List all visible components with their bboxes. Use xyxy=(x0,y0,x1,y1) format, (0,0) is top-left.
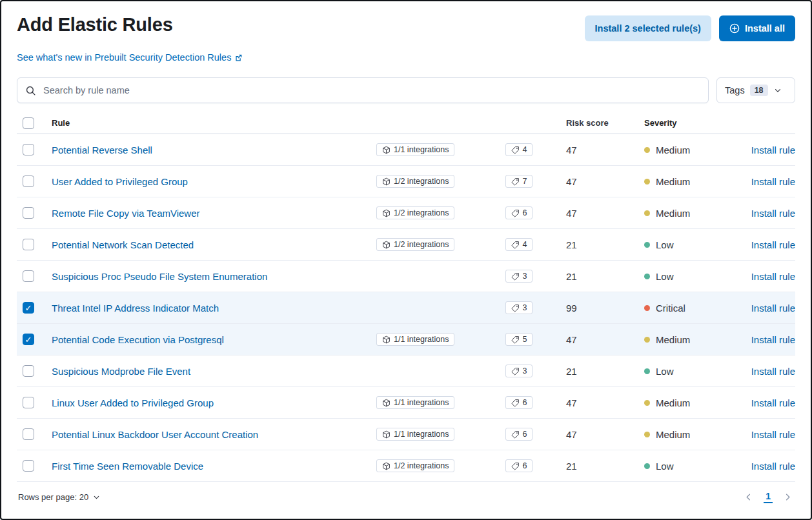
tags-badge[interactable]: 6 xyxy=(505,396,533,409)
row-checkbox[interactable] xyxy=(23,365,34,377)
risk-score-value: 47 xyxy=(554,176,632,187)
install-rule-link[interactable]: Install rule xyxy=(751,176,795,187)
severity-dot-icon xyxy=(644,400,650,406)
tags-badge[interactable]: 6 xyxy=(505,428,533,441)
rule-name-link[interactable]: Potential Network Scan Detected xyxy=(52,239,194,250)
tags-badge[interactable]: 6 xyxy=(505,206,533,219)
column-header-rule[interactable]: Rule xyxy=(45,118,361,128)
tags-badge[interactable]: 3 xyxy=(505,365,533,377)
integrations-badge: 1/1 integrations xyxy=(376,428,454,441)
page-number-1[interactable]: 1 xyxy=(764,491,773,503)
severity-label: Critical xyxy=(656,303,685,314)
rule-name-link[interactable]: Suspicious Modprobe File Event xyxy=(52,366,190,377)
integrations-count: 1/2 integrations xyxy=(394,461,449,470)
install-rule-link[interactable]: Install rule xyxy=(751,208,795,219)
severity-cell: Low xyxy=(632,271,738,282)
integrations-badge: 1/2 integrations xyxy=(376,175,454,188)
risk-score-value: 47 xyxy=(554,334,632,345)
severity-label: Medium xyxy=(656,145,690,155)
row-checkbox[interactable] xyxy=(23,239,34,250)
severity-cell: Medium xyxy=(632,397,738,408)
rule-name-link[interactable]: Potential Linux Backdoor User Account Cr… xyxy=(52,429,258,440)
row-checkbox[interactable] xyxy=(23,334,34,345)
row-checkbox[interactable] xyxy=(23,460,34,472)
next-page-button[interactable] xyxy=(782,491,794,503)
install-rule-link[interactable]: Install rule xyxy=(751,271,795,282)
rule-name-link[interactable]: Potential Code Execution via Postgresql xyxy=(52,334,224,345)
tag-icon xyxy=(511,272,520,281)
search-input[interactable] xyxy=(17,78,708,103)
previous-page-button[interactable] xyxy=(742,491,755,503)
row-checkbox[interactable] xyxy=(23,428,34,440)
row-checkbox[interactable] xyxy=(23,397,34,408)
tags-count: 6 xyxy=(523,208,527,217)
rule-name-link[interactable]: Suspicious Proc Pseudo File System Enume… xyxy=(52,271,267,282)
severity-cell: Low xyxy=(632,366,738,377)
tags-filter-button[interactable]: Tags 18 xyxy=(716,77,795,103)
integrations-count: 1/1 integrations xyxy=(394,335,449,344)
severity-cell: Low xyxy=(632,461,738,472)
column-header-severity[interactable]: Severity xyxy=(632,118,738,128)
rows-per-page-button[interactable]: Rows per page: 20 xyxy=(18,492,101,502)
severity-cell: Medium xyxy=(632,176,738,187)
tags-count: 4 xyxy=(523,240,527,249)
severity-cell: Medium xyxy=(632,208,738,219)
tag-icon xyxy=(511,399,520,407)
rule-name-link[interactable]: Remote File Copy via TeamViewer xyxy=(52,208,200,219)
header-actions: Install 2 selected rule(s) Install all xyxy=(585,15,795,41)
install-rule-link[interactable]: Install rule xyxy=(751,145,795,155)
rule-name-link[interactable]: Potential Reverse Shell xyxy=(52,145,152,155)
severity-dot-icon xyxy=(644,147,650,153)
tags-badge[interactable]: 4 xyxy=(505,143,533,156)
install-selected-button[interactable]: Install 2 selected rule(s) xyxy=(585,15,711,41)
tags-badge[interactable]: 3 xyxy=(505,301,533,314)
severity-label: Low xyxy=(656,239,674,250)
chevron-right-icon xyxy=(783,492,793,502)
rule-name-link[interactable]: First Time Seen Removable Device xyxy=(52,461,203,472)
table-row: Potential Code Execution via Postgresql … xyxy=(17,324,795,355)
whats-new-link[interactable]: See what's new in Prebuilt Security Dete… xyxy=(17,52,243,63)
table-row: Suspicious Proc Pseudo File System Enume… xyxy=(17,261,795,292)
table-row: First Time Seen Removable Device 1/2 int… xyxy=(17,450,795,482)
tags-count: 4 xyxy=(523,145,527,154)
row-checkbox[interactable] xyxy=(23,144,34,155)
severity-dot-icon xyxy=(644,179,650,185)
tags-badge[interactable]: 6 xyxy=(505,459,533,472)
install-all-button[interactable]: Install all xyxy=(719,15,795,41)
rule-name-link[interactable]: Linux User Added to Privileged Group xyxy=(52,397,214,408)
tag-icon xyxy=(511,241,520,249)
row-checkbox[interactable] xyxy=(23,302,34,314)
package-icon xyxy=(382,177,391,186)
tag-icon xyxy=(511,462,520,470)
install-rule-link[interactable]: Install rule xyxy=(751,397,795,408)
tags-badge[interactable]: 4 xyxy=(505,238,533,251)
select-all-checkbox[interactable] xyxy=(23,117,34,129)
severity-cell: Medium xyxy=(632,334,738,345)
row-checkbox[interactable] xyxy=(23,207,34,219)
row-checkbox[interactable] xyxy=(23,270,34,282)
severity-dot-icon xyxy=(644,210,650,216)
install-rule-link[interactable]: Install rule xyxy=(751,366,795,377)
rule-name-link[interactable]: Threat Intel IP Address Indicator Match xyxy=(52,303,219,314)
tags-badge[interactable]: 3 xyxy=(505,270,533,283)
rule-name-link[interactable]: User Added to Privileged Group xyxy=(52,176,188,187)
severity-dot-icon xyxy=(644,463,650,469)
install-rule-link[interactable]: Install rule xyxy=(751,429,795,440)
plus-circle-icon xyxy=(729,23,740,34)
tag-icon xyxy=(511,304,520,312)
tags-badge[interactable]: 5 xyxy=(505,333,533,346)
tags-badge[interactable]: 7 xyxy=(505,175,533,188)
severity-dot-icon xyxy=(644,242,650,248)
install-rule-link[interactable]: Install rule xyxy=(751,334,795,345)
row-checkbox[interactable] xyxy=(23,175,34,187)
whats-new-row: See what's new in Prebuilt Security Dete… xyxy=(17,52,795,63)
integrations-badge: 1/1 integrations xyxy=(376,143,454,156)
install-rule-link[interactable]: Install rule xyxy=(751,303,795,314)
install-rule-link[interactable]: Install rule xyxy=(751,461,795,472)
install-rule-link[interactable]: Install rule xyxy=(751,239,795,250)
risk-score-value: 99 xyxy=(554,303,632,314)
risk-score-value: 47 xyxy=(554,397,632,408)
column-header-risk-score[interactable]: Risk score xyxy=(554,118,632,128)
severity-label: Low xyxy=(656,461,674,472)
table-row: Threat Intel IP Address Indicator Match … xyxy=(17,292,795,324)
